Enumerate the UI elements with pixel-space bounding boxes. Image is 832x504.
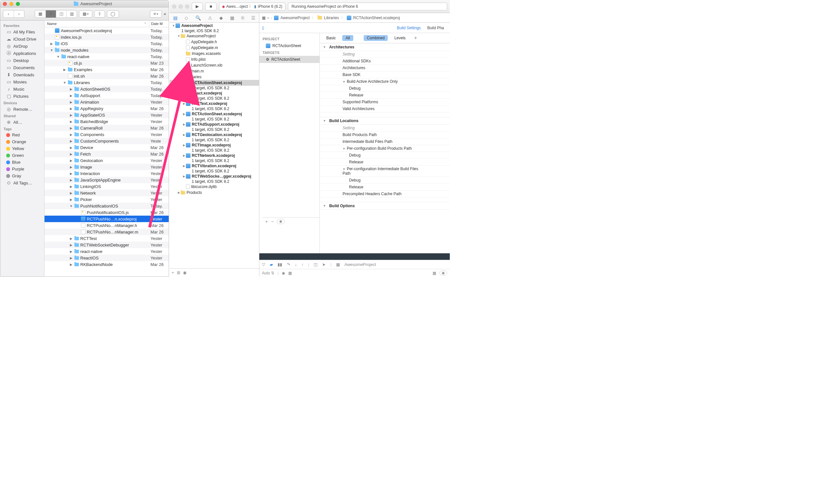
settings-row[interactable]: Debug — [320, 177, 450, 184]
breakpoint-nav-icon[interactable]: ⎘ — [241, 15, 244, 21]
finder-titlebar[interactable]: AwesomeProject — [0, 0, 169, 7]
tags-button[interactable]: ◯ — [107, 10, 119, 18]
sidebar-tag[interactable]: Yellow — [0, 145, 44, 152]
file-row[interactable]: ▶ ActionSheetIOS Today, — [45, 86, 169, 92]
coverflow-view-button[interactable]: ▥ — [66, 10, 77, 18]
file-row[interactable]: ▶ react-native Yester — [45, 248, 169, 255]
file-row[interactable]: RCTPushNo…nManager.h Mar 26 — [45, 222, 169, 229]
disclosure-icon[interactable]: ▶ — [69, 191, 73, 195]
settings-row[interactable]: Build Products Path — [320, 132, 450, 138]
disclosure-icon[interactable]: ▶ — [177, 191, 181, 194]
report-nav-icon[interactable]: ☰ — [251, 15, 256, 21]
file-row[interactable]: index.ios.js Today, — [45, 34, 169, 40]
sidebar-item[interactable]: ◎AirDrop — [0, 43, 44, 50]
file-row[interactable]: ▶ Examples Mar 26 — [45, 66, 169, 73]
settings-row[interactable]: Release — [320, 159, 450, 166]
step-over-icon[interactable]: ↷ — [287, 262, 290, 267]
target-item[interactable]: ⚙ RCTActionSheet — [259, 56, 319, 63]
file-row[interactable]: ▶ Device Mar 26 — [45, 144, 169, 151]
filter-all[interactable]: All — [342, 35, 353, 41]
settings-row[interactable]: Release — [320, 92, 450, 99]
disclosure-icon[interactable]: ▶ — [69, 126, 73, 130]
quicklook-icon[interactable]: ▦ — [288, 271, 292, 275]
file-row[interactable]: RCTPushNo…n.xcodeproj Yester — [45, 216, 169, 222]
disclosure-icon[interactable]: ▶ — [69, 165, 73, 169]
debug-process-name[interactable]: AwesomeProject — [344, 262, 376, 267]
settings-row[interactable]: Base SDK — [320, 72, 450, 78]
jump-bar[interactable]: ▦ ‹ › AwesomeProject 〉 Libraries 〉 RCTAc… — [259, 13, 450, 22]
file-row[interactable]: ▶ AdSupport Today, — [45, 92, 169, 99]
minimize-icon[interactable] — [179, 4, 183, 8]
sidebar-item[interactable]: ⬇Downloads — [0, 71, 44, 78]
settings-row[interactable]: Supported Platforms — [320, 99, 450, 106]
sidebar-tag[interactable]: Red — [0, 132, 44, 138]
debug-nav-icon[interactable]: ▦ — [230, 15, 234, 21]
column-date[interactable]: Date M — [149, 21, 169, 27]
auto-scope-button[interactable]: Auto ⇅ — [262, 271, 274, 275]
file-row[interactable]: PushNotificationIOS.js Mar 26 — [45, 209, 169, 216]
disclosure-icon[interactable]: ▶ — [69, 113, 73, 117]
settings-row[interactable]: ▼Build Active Architecture Only — [320, 78, 450, 85]
sidebar-item[interactable]: ⒶApplications — [0, 50, 44, 57]
file-row[interactable]: ▼ PushNotificationIOS Today, — [45, 203, 169, 209]
disclosure-icon[interactable]: ▶ — [182, 175, 186, 178]
disclosure-icon[interactable]: ▶ — [69, 107, 73, 110]
disclosure-icon[interactable]: ▼ — [50, 48, 54, 52]
disclosure-icon[interactable]: ▶ — [182, 102, 186, 105]
build-settings-area[interactable]: Basic All Combined Levels + ▼Architectur… — [320, 33, 450, 253]
file-row[interactable]: ▼ Libraries Today, — [45, 79, 169, 86]
navigator-row[interactable]: Images.xcassets — [170, 51, 259, 56]
issue-nav-icon[interactable]: ⚠ — [208, 15, 212, 21]
back-button[interactable]: ‹ — [3, 10, 14, 18]
filter-basic[interactable]: Basic — [323, 35, 339, 41]
settings-row[interactable]: Debug — [320, 85, 450, 92]
disclosure-icon[interactable]: ▶ — [69, 250, 73, 253]
file-row[interactable]: ▶ CameraRoll Mar 26 — [45, 125, 169, 131]
forward-button[interactable]: › — [14, 10, 24, 18]
file-row[interactable]: ▶ Image Yester — [45, 164, 169, 170]
run-button[interactable]: ▶ — [192, 3, 203, 10]
disclosure-icon[interactable]: ▶ — [69, 159, 73, 162]
disclosure-icon[interactable]: ▶ — [182, 164, 186, 168]
disclosure-icon[interactable]: ▶ — [69, 198, 73, 201]
recent-filter-icon[interactable]: ◉ — [183, 270, 186, 275]
disclosure-icon[interactable]: ▶ — [69, 172, 73, 175]
add-target-icon[interactable]: + — [265, 219, 268, 224]
sidebar-item[interactable]: ▢Pictures — [0, 92, 44, 100]
file-row[interactable]: ▶ Components Yester — [45, 131, 169, 138]
hide-debug-icon[interactable]: ▽ — [262, 262, 265, 267]
file-row[interactable]: ▶ iOS Today, — [45, 40, 169, 47]
process-icon[interactable]: ▦ — [336, 262, 340, 267]
action-button[interactable]: ≡ ▾ — [150, 10, 162, 18]
test-nav-icon[interactable]: ◆ — [219, 15, 223, 21]
disclosure-icon[interactable]: ▶ — [182, 123, 186, 126]
list-rows[interactable]: AwesomeProject.xcodeproj Today, index.io… — [45, 27, 169, 276]
filter-levels[interactable]: Levels — [391, 35, 409, 41]
sidebar-tag[interactable]: Orange — [0, 138, 44, 145]
navigator-row[interactable]: ▼ AwesomeProject — [170, 33, 259, 39]
navigator-row[interactable]: ▶ RCTText.xcodeproj — [170, 101, 259, 107]
disclosure-icon[interactable]: ▶ — [182, 143, 186, 147]
file-row[interactable]: ▶ JavaScriptAppEngine Yester — [45, 177, 169, 183]
show-project-icon[interactable]: ▯ — [262, 26, 264, 30]
disclosure-icon[interactable]: ▼ — [63, 81, 67, 84]
zoom-icon[interactable] — [185, 4, 189, 8]
file-row[interactable]: ▶ RKBackendNode Mar 26 — [45, 261, 169, 268]
file-row[interactable]: ▶ RCTTest Yester — [45, 235, 169, 242]
file-row[interactable]: ▶ Fetch Mar 26 — [45, 151, 169, 157]
sidebar-item[interactable]: ☁iCloud Drive — [0, 35, 44, 43]
disclosure-icon[interactable]: ▶ — [69, 87, 73, 91]
settings-row[interactable]: ▼Per-configuration Build Products Path — [320, 145, 450, 152]
disclosure-icon[interactable]: ▶ — [182, 154, 186, 157]
disclosure-icon[interactable]: ▶ — [69, 263, 73, 266]
sidebar-tag[interactable]: Purple — [0, 166, 44, 172]
disclosure-icon[interactable]: ▶ — [69, 152, 73, 156]
navigator-row[interactable]: libicucore.dylib — [170, 184, 259, 190]
file-row[interactable]: ▶ Network Yester — [45, 190, 169, 196]
filter-combined[interactable]: Combined — [364, 35, 388, 41]
view-debug-icon[interactable]: ◫ — [314, 262, 317, 267]
filter-field[interactable]: ◉ — [439, 271, 447, 275]
jump-segment[interactable]: Libraries — [324, 16, 339, 20]
add-icon[interactable]: + — [172, 270, 174, 275]
disclosure-icon[interactable]: ▼ — [172, 24, 176, 27]
